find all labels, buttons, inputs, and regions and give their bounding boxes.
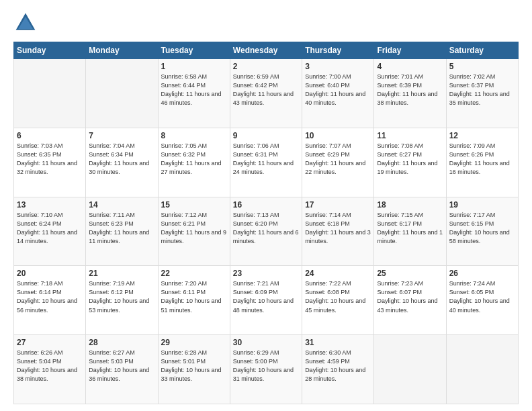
table-row: 3Sunrise: 7:00 AMSunset: 6:40 PMDaylight… [302,59,374,128]
day-info: Sunrise: 7:10 AMSunset: 6:24 PMDaylight:… [17,212,77,244]
calendar-table: Sunday Monday Tuesday Wednesday Thursday… [13,42,519,404]
table-row: 19Sunrise: 7:17 AMSunset: 6:15 PMDayligh… [446,197,518,266]
day-number: 29 [161,338,227,347]
table-row: 23Sunrise: 7:21 AMSunset: 6:09 PMDayligh… [230,266,302,335]
day-number: 21 [89,269,154,278]
day-info: Sunrise: 7:14 AMSunset: 6:18 PMDaylight:… [305,212,371,244]
day-number: 30 [233,338,299,347]
day-number: 13 [17,200,83,210]
day-number: 9 [233,131,299,140]
day-info: Sunrise: 7:02 AMSunset: 6:37 PMDaylight:… [449,73,510,106]
table-row: 27Sunrise: 6:26 AMSunset: 5:04 PMDayligh… [14,335,86,404]
day-number: 18 [377,200,443,210]
day-info: Sunrise: 7:09 AMSunset: 6:26 PMDaylight:… [449,142,510,175]
table-row: 9Sunrise: 7:06 AMSunset: 6:31 PMDaylight… [230,128,302,197]
day-info: Sunrise: 7:23 AMSunset: 6:07 PMDaylight:… [377,280,437,313]
day-number: 5 [449,62,515,71]
day-number: 24 [305,269,371,278]
day-number: 4 [377,62,443,71]
table-row: 24Sunrise: 7:22 AMSunset: 6:08 PMDayligh… [302,266,374,335]
day-info: Sunrise: 7:13 AMSunset: 6:20 PMDaylight:… [233,212,299,244]
table-row: 29Sunrise: 6:28 AMSunset: 5:01 PMDayligh… [158,335,230,404]
table-row: 16Sunrise: 7:13 AMSunset: 6:20 PMDayligh… [230,197,302,266]
table-row: 28Sunrise: 6:27 AMSunset: 5:03 PMDayligh… [86,335,158,404]
day-number: 15 [161,200,227,210]
day-number: 31 [305,338,371,347]
table-row: 7Sunrise: 7:04 AMSunset: 6:34 PMDaylight… [86,128,158,197]
day-info: Sunrise: 6:27 AMSunset: 5:03 PMDaylight:… [89,349,149,382]
day-info: Sunrise: 7:04 AMSunset: 6:34 PMDaylight:… [89,142,149,175]
table-row: 14Sunrise: 7:11 AMSunset: 6:23 PMDayligh… [86,197,158,266]
day-info: Sunrise: 7:03 AMSunset: 6:35 PMDaylight:… [17,142,77,175]
day-info: Sunrise: 7:17 AMSunset: 6:15 PMDaylight:… [449,212,510,244]
day-info: Sunrise: 7:05 AMSunset: 6:32 PMDaylight:… [161,142,222,175]
day-number: 14 [89,200,154,210]
table-row: 4Sunrise: 7:01 AMSunset: 6:39 PMDaylight… [374,59,446,128]
table-row: 13Sunrise: 7:10 AMSunset: 6:24 PMDayligh… [14,197,86,266]
table-row: 1Sunrise: 6:58 AMSunset: 6:44 PMDaylight… [158,59,230,128]
table-row: 26Sunrise: 7:24 AMSunset: 6:05 PMDayligh… [446,266,518,335]
day-info: Sunrise: 6:58 AMSunset: 6:44 PMDaylight:… [161,73,222,106]
table-row: 11Sunrise: 7:08 AMSunset: 6:27 PMDayligh… [374,128,446,197]
day-number: 20 [17,269,83,278]
day-number: 1 [161,62,227,71]
col-thursday: Thursday [302,42,374,59]
table-row: 25Sunrise: 7:23 AMSunset: 6:07 PMDayligh… [374,266,446,335]
day-number: 27 [17,338,83,347]
day-number: 25 [377,269,443,278]
table-row [374,335,446,404]
day-info: Sunrise: 7:21 AMSunset: 6:09 PMDaylight:… [233,280,294,313]
day-number: 26 [449,269,515,278]
day-number: 17 [305,200,371,210]
table-row: 15Sunrise: 7:12 AMSunset: 6:21 PMDayligh… [158,197,230,266]
day-number: 8 [161,131,227,140]
table-row [86,59,158,128]
day-info: Sunrise: 6:29 AMSunset: 5:00 PMDaylight:… [233,349,294,382]
table-row: 17Sunrise: 7:14 AMSunset: 6:18 PMDayligh… [302,197,374,266]
table-row: 22Sunrise: 7:20 AMSunset: 6:11 PMDayligh… [158,266,230,335]
table-row: 6Sunrise: 7:03 AMSunset: 6:35 PMDaylight… [14,128,86,197]
day-number: 22 [161,269,227,278]
col-monday: Monday [86,42,158,59]
table-row: 8Sunrise: 7:05 AMSunset: 6:32 PMDaylight… [158,128,230,197]
day-number: 23 [233,269,299,278]
table-row: 5Sunrise: 7:02 AMSunset: 6:37 PMDaylight… [446,59,518,128]
table-row: 12Sunrise: 7:09 AMSunset: 6:26 PMDayligh… [446,128,518,197]
day-number: 3 [305,62,371,71]
table-row: 20Sunrise: 7:18 AMSunset: 6:14 PMDayligh… [14,266,86,335]
day-info: Sunrise: 6:59 AMSunset: 6:42 PMDaylight:… [233,73,294,106]
col-friday: Friday [374,42,446,59]
day-info: Sunrise: 6:28 AMSunset: 5:01 PMDaylight:… [161,349,222,382]
table-row: 18Sunrise: 7:15 AMSunset: 6:17 PMDayligh… [374,197,446,266]
day-info: Sunrise: 7:07 AMSunset: 6:29 PMDaylight:… [305,142,365,175]
table-row: 10Sunrise: 7:07 AMSunset: 6:29 PMDayligh… [302,128,374,197]
col-tuesday: Tuesday [158,42,230,59]
logo-icon [13,11,38,35]
day-info: Sunrise: 7:20 AMSunset: 6:11 PMDaylight:… [161,280,222,313]
table-row [14,59,86,128]
col-wednesday: Wednesday [230,42,302,59]
day-info: Sunrise: 7:06 AMSunset: 6:31 PMDaylight:… [233,142,294,175]
day-info: Sunrise: 7:11 AMSunset: 6:23 PMDaylight:… [89,212,149,244]
table-row: 30Sunrise: 6:29 AMSunset: 5:00 PMDayligh… [230,335,302,404]
day-info: Sunrise: 7:18 AMSunset: 6:14 PMDaylight:… [17,280,77,313]
day-number: 12 [449,131,515,140]
calendar-week-row: 1Sunrise: 6:58 AMSunset: 6:44 PMDaylight… [14,59,519,128]
calendar-week-row: 13Sunrise: 7:10 AMSunset: 6:24 PMDayligh… [14,197,519,266]
day-info: Sunrise: 7:22 AMSunset: 6:08 PMDaylight:… [305,280,365,313]
col-sunday: Sunday [14,42,86,59]
day-info: Sunrise: 6:30 AMSunset: 4:59 PMDaylight:… [305,349,365,382]
day-number: 16 [233,200,299,210]
day-number: 6 [17,131,83,140]
day-info: Sunrise: 6:26 AMSunset: 5:04 PMDaylight:… [17,349,77,382]
day-info: Sunrise: 7:08 AMSunset: 6:27 PMDaylight:… [377,142,437,175]
day-info: Sunrise: 7:12 AMSunset: 6:21 PMDaylight:… [161,212,227,244]
calendar-header-row: Sunday Monday Tuesday Wednesday Thursday… [14,42,519,59]
day-number: 2 [233,62,299,71]
page: Sunday Monday Tuesday Wednesday Thursday… [0,0,532,411]
day-info: Sunrise: 7:00 AMSunset: 6:40 PMDaylight:… [305,73,365,106]
day-number: 28 [89,338,154,347]
table-row: 21Sunrise: 7:19 AMSunset: 6:12 PMDayligh… [86,266,158,335]
table-row [446,335,518,404]
header [13,11,519,35]
